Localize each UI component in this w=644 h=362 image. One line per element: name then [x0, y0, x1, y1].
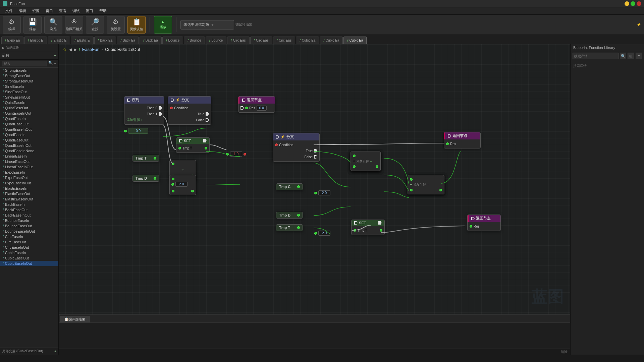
add-node2[interactable]: + 添加引脚 + — [351, 152, 381, 171]
tmp-d-var[interactable]: Tmp D — [132, 175, 159, 182]
close-button[interactable] — [637, 1, 641, 6]
menu-view[interactable]: 查看 — [56, 8, 69, 14]
tab-elastic-e1[interactable]: fElastic E — [24, 37, 47, 44]
sidebar-item-SineEaseInOut[interactable]: SineEaseInOut — [0, 95, 58, 100]
add-pin-btn4[interactable]: + — [370, 159, 372, 163]
sidebar-item-QuadEaseOut[interactable]: QuadEaseOut — [0, 137, 58, 143]
sidebar-item-CubicEaseInOut[interactable]: CubicEaseInOut — [0, 261, 58, 266]
add-node4[interactable]: + 添加引脚 + — [408, 175, 444, 194]
tab-elastic-e3[interactable]: fElastic E — [71, 37, 93, 44]
tab-back-ea3[interactable]: fBack Ea — [140, 37, 162, 44]
sidebar-item-QuintEaseIn[interactable]: QuintEaseIn — [0, 100, 58, 105]
sidebar-item-ElasticEaseInOut[interactable]: ElasticEaseInOut — [0, 196, 58, 202]
sidebar-item-ExpoEaseInOut[interactable]: ExpoEaseInOut — [0, 180, 58, 186]
save-button[interactable]: 💾 保存 — [23, 16, 42, 34]
tab-back-ea2[interactable]: fBack Ea — [117, 37, 139, 44]
list-view-button[interactable]: ≡ — [636, 53, 642, 59]
grid-view-button[interactable]: ⊞ — [628, 53, 634, 59]
tmp-c-var[interactable]: Tmp C — [276, 183, 303, 190]
sidebar-item-StrongEaseOut[interactable]: StrongEaseOut — [0, 73, 58, 78]
tmp-t-var2[interactable]: Tmp T — [276, 224, 303, 231]
menu-window[interactable]: 窗口 — [43, 8, 56, 14]
sidebar-item-QuintEaseInOut[interactable]: QuintEaseInOut — [0, 111, 58, 116]
play-button[interactable]: ▶ 播放 — [154, 16, 172, 34]
my-blueprint-header[interactable]: ▶ 我的蓝图 — [0, 44, 58, 51]
set2-node[interactable]: SET Tmp T — [351, 220, 385, 235]
sequence-node[interactable]: 序列 Then 0 Then 1 添加引脚 + — [124, 96, 164, 125]
return1-node[interactable]: 返回节点 Res 0.0 — [238, 96, 275, 113]
set1-node[interactable]: SET Tmp T — [176, 137, 210, 153]
sidebar-item-CircEaseInOut[interactable]: CircEaseInOut — [0, 245, 58, 250]
browse-button[interactable]: 🔍 浏览 — [44, 16, 62, 34]
return3-node[interactable]: 返回节点 Res — [467, 215, 501, 231]
sidebar-item-BackEaseInOut[interactable]: BackEaseInOut — [0, 213, 58, 218]
nav-forward-button[interactable]: ▶ — [74, 47, 77, 52]
sidebar-item-QuadEaseIn[interactable]: QuadEaseIn — [0, 132, 58, 137]
menu-edit[interactable]: 编辑 — [16, 8, 29, 14]
sidebar-search-input[interactable] — [2, 61, 47, 66]
sidebar-item-BackEaseIn[interactable]: BackEaseIn — [0, 202, 58, 207]
tab-circ-eas1[interactable]: fCirc Eas — [227, 37, 249, 44]
sidebar-item-QuartEaseIn[interactable]: QuartEaseIn — [0, 116, 58, 121]
add-pin-button[interactable]: 添加引脚 + — [126, 118, 143, 122]
sidebar-item-LinearEaseOut[interactable]: LinearEaseOut — [0, 159, 58, 164]
tab-cubic-ea3[interactable]: fCubic Ea — [343, 37, 367, 44]
var-node-0[interactable]: 0.0 — [124, 128, 148, 134]
sidebar-item-ExpoEaseOut[interactable]: ExpoEaseOut — [0, 175, 58, 180]
search-button[interactable]: 🔍 — [620, 53, 626, 59]
tab-bounce2[interactable]: fBounce — [184, 37, 205, 44]
search-icon[interactable]: 🔍 — [48, 61, 53, 66]
maximize-button[interactable] — [631, 1, 635, 6]
branch2-node[interactable]: ⚡ 分支 Condition True False — [273, 133, 320, 162]
tab-back-ea1[interactable]: fBack Ea — [94, 37, 116, 44]
sidebar-item-CubicEaseOut[interactable]: CubicEaseOut — [0, 255, 58, 261]
sidebar-item-SineEaseOut[interactable]: SineEaseOut — [0, 89, 58, 95]
menu-debug[interactable]: 调试 — [70, 8, 83, 14]
menu-asset[interactable]: 资源 — [30, 8, 42, 14]
sidebar-item-ExpoEaseIn[interactable]: ExpoEaseIn — [0, 170, 58, 175]
sidebar-item-LinearEaseIn[interactable]: LinearEaseIn — [0, 154, 58, 159]
tmp-t-var1[interactable]: Tmp T — [132, 155, 159, 162]
tab-elastic-e2[interactable]: fElastic E — [48, 37, 70, 44]
sidebar-item-QuadEaseInNone[interactable]: QuadEaseInNone — [0, 148, 58, 154]
find-button[interactable]: 🔎 查找 — [86, 16, 104, 34]
settings-button[interactable]: ⚙ 类设置 — [107, 16, 125, 34]
sidebar-item-BounceEaseInOut[interactable]: BounceEaseInOut — [0, 229, 58, 234]
favorite-star[interactable]: ☆ — [63, 47, 67, 52]
return2-node[interactable]: 返回节点 Res — [444, 132, 481, 148]
sidebar-item-QuartEaseOut[interactable]: QuartEaseOut — [0, 121, 58, 127]
tab-cubic-ea1[interactable]: fCubic Ea — [296, 37, 319, 44]
sidebar-item-CircEaseOut[interactable]: CircEaseOut — [0, 239, 58, 245]
tmp-b-var[interactable]: Tmp B — [276, 212, 303, 219]
defaults-button[interactable]: 📋 类默认值 — [127, 16, 146, 34]
branch1-node[interactable]: ⚡ 分支 Condition True False — [168, 96, 211, 125]
blueprint-canvas-area[interactable]: ☆ ◀ ▶ f EaseFun › Cubic Ease in Out 缩放: … — [59, 44, 570, 314]
sidebar-item-CircEaseIn[interactable]: CircEaseIn — [0, 234, 58, 239]
sidebar-item-QuintEaseOut[interactable]: QuintEaseOut — [0, 105, 58, 111]
hide-unrelated-button[interactable]: 👁 隐藏不相关 — [65, 16, 83, 34]
view-toggle-icon[interactable]: ≡ — [54, 61, 56, 66]
tab-expo-ea[interactable]: fExpo Ea — [1, 37, 23, 44]
menu-file[interactable]: 文件 — [3, 8, 15, 14]
debug-combo[interactable]: 未选中调试对象 ▼ — [180, 20, 234, 29]
sidebar-item-CubicEaseIn[interactable]: CubicEaseIn — [0, 250, 58, 255]
tab-circ-eas3[interactable]: fCirc Eas — [273, 37, 295, 44]
tab-cubic-ea2[interactable]: fCubic Ea — [320, 37, 343, 44]
nav-back-button[interactable]: ◀ — [69, 47, 72, 52]
local-vars-section[interactable]: 局部变量 (CubicEaseInOut) + — [0, 348, 58, 355]
menu-window2[interactable]: 窗口 — [83, 8, 96, 14]
sidebar-item-BounceEaseOut[interactable]: BounceEaseOut — [0, 223, 58, 229]
minimize-button[interactable] — [625, 1, 629, 6]
sidebar-item-ElasticEaseOut[interactable]: ElasticEaseOut — [0, 191, 58, 196]
sidebar-item-SineEaseIn[interactable]: SineEaseIn — [0, 84, 58, 89]
sidebar-item-ElasticEaseIn[interactable]: ElasticEaseIn — [0, 186, 58, 191]
sidebar-item-BounceEaseIn[interactable]: BounceEaseIn — [0, 218, 58, 223]
add-pin-btn[interactable]: + — [427, 183, 429, 187]
compile-button[interactable]: ⚙ 编译 — [3, 16, 21, 34]
sidebar-item-LinearEaseInOut[interactable]: LinearEaseInOut — [0, 164, 58, 170]
sidebar-item-StrongEaseInOut[interactable]: StrongEaseInOut — [0, 78, 58, 84]
project-path[interactable]: EaseFun — [82, 47, 100, 52]
add-function-button[interactable]: + — [54, 53, 56, 58]
sidebar-item-QuartEaseInOut[interactable]: QuartEaseInOut — [0, 127, 58, 132]
add-local-var-button[interactable]: + — [54, 350, 56, 353]
